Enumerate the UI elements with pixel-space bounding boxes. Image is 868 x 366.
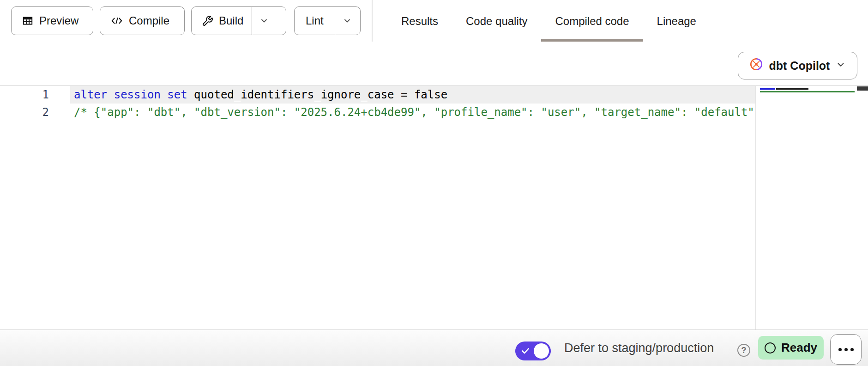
compile-button[interactable]: Compile [100, 6, 185, 35]
chevron-down-icon [343, 16, 352, 25]
tab-lineage[interactable]: Lineage [643, 0, 710, 43]
toolbar-tabs-divider [372, 0, 373, 42]
check-icon [520, 346, 530, 357]
compile-button-main[interactable]: Compile [100, 7, 180, 35]
code-line-1-content: alter session set quoted_identifiers_ign… [70, 86, 755, 104]
result-panel-tabs: Results Code quality Compiled code Linea… [387, 0, 710, 43]
tab-compiled-code[interactable]: Compiled code [541, 0, 643, 43]
minimap-line-1 [760, 88, 808, 90]
status-circle-icon [765, 342, 776, 354]
compiled-code-editor[interactable]: 1 alter session set quoted_identifiers_i… [0, 86, 755, 329]
lint-split-button: Lint [294, 6, 361, 35]
tab-results-label: Results [401, 15, 438, 28]
tab-compiled-code-label: Compiled code [555, 15, 629, 28]
chevron-down-icon [836, 59, 846, 73]
tab-results[interactable]: Results [387, 0, 452, 43]
preview-button-main[interactable]: Preview [12, 7, 89, 35]
tab-lineage-label: Lineage [657, 15, 696, 28]
tab-code-quality[interactable]: Code quality [452, 0, 541, 43]
compile-button-label: Compile [129, 14, 169, 27]
ellipsis-icon [844, 348, 848, 351]
sql-keyword: alter session set [74, 88, 187, 101]
sql-text: quoted_identifiers_ignore_case = false [187, 88, 448, 101]
lint-button[interactable]: Lint [295, 7, 335, 35]
build-button-label: Build [219, 14, 243, 27]
help-icon[interactable]: ? [737, 344, 750, 357]
sql-comment: /* {"app": "dbt", "dbt_version": "2025.6… [74, 106, 755, 119]
code-line-2-content: /* {"app": "dbt", "dbt_version": "2025.6… [70, 104, 755, 121]
status-badge-label: Ready [781, 341, 817, 355]
toggle-knob [534, 343, 549, 359]
scrollbar-thumb[interactable] [857, 86, 868, 91]
tab-code-quality-label: Code quality [466, 15, 527, 28]
defer-label: Defer to staging/production [564, 330, 714, 366]
line-number: 1 [0, 86, 70, 104]
table-icon [22, 15, 34, 27]
build-dropdown-button[interactable] [252, 7, 276, 35]
code-line-2[interactable]: 2 /* {"app": "dbt", "dbt_version": "2025… [0, 104, 755, 121]
code-line-1[interactable]: 1 alter session set quoted_identifiers_i… [0, 86, 755, 104]
dbt-logo-icon [749, 57, 763, 74]
build-button[interactable]: Build [192, 7, 252, 35]
chevron-down-icon [259, 16, 269, 25]
code-brackets-icon [110, 15, 123, 27]
ellipsis-icon [850, 348, 854, 351]
build-split-button: Build [191, 6, 286, 35]
status-bar: Defer to staging/production ? Ready [0, 329, 868, 366]
defer-toggle[interactable] [515, 342, 551, 360]
dbt-copilot-label: dbt Copilot [769, 59, 830, 73]
lint-dropdown-button[interactable] [335, 7, 359, 35]
help-glyph: ? [741, 346, 747, 355]
line-number: 2 [0, 104, 70, 121]
wrench-icon [202, 15, 213, 27]
preview-button-label: Preview [39, 14, 78, 27]
dbt-copilot-button[interactable]: dbt Copilot [738, 52, 857, 79]
lint-button-label: Lint [306, 14, 324, 27]
preview-button[interactable]: Preview [11, 6, 93, 35]
ellipsis-icon [838, 348, 842, 351]
dbt-ide-window: Preview Compile Build [0, 0, 868, 366]
overflow-menu-button[interactable] [830, 334, 862, 365]
status-badge: Ready [758, 336, 824, 360]
minimap-line-2 [760, 91, 855, 92]
editor-minimap[interactable] [755, 86, 868, 329]
